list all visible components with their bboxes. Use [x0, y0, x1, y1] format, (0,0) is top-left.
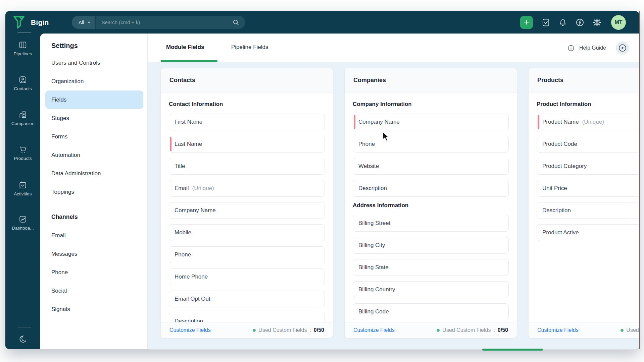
settings-item-users-and-controls[interactable]: Users and Controls	[45, 54, 143, 72]
customize-fields-link[interactable]: Customize Fields	[353, 327, 395, 333]
field-label: Description	[542, 207, 571, 214]
required-indicator	[354, 115, 355, 129]
sidebar-item-products[interactable]: Products	[5, 145, 40, 161]
settings-item-automation[interactable]: Automation	[45, 146, 143, 164]
search-scope-dropdown[interactable]: All ▼	[72, 16, 96, 29]
settings-group-channels: Channels	[45, 208, 143, 226]
notifications-bell-icon[interactable]	[558, 18, 567, 27]
field-mobile[interactable]: Mobile	[169, 224, 325, 241]
used-custom-fields: Used Custom Fields : 0/50	[437, 327, 508, 333]
quick-add-button[interactable]: +	[520, 16, 533, 29]
theme-toggle[interactable]	[5, 335, 40, 345]
green-dot-icon	[621, 329, 624, 332]
field-description[interactable]: Description	[353, 180, 509, 197]
settings-item-signals[interactable]: Signals	[45, 300, 143, 318]
field-billing-city[interactable]: Billing City	[353, 237, 509, 254]
horizontal-scrollbar-thumb[interactable]	[482, 349, 543, 351]
top-bar-actions: + MT	[520, 11, 626, 34]
card-footer: Customize Fields Used Custom Fields : 0/…	[161, 322, 333, 338]
dashboard-chart-icon	[18, 215, 27, 224]
section-address-information: Address Information Billing Street Billi…	[353, 202, 509, 320]
sidebar-item-label: Products	[14, 156, 32, 161]
field-billing-street[interactable]: Billing Street	[353, 215, 509, 232]
settings-item-messages[interactable]: Messages	[45, 245, 143, 263]
settings-item-fields[interactable]: Fields	[45, 90, 143, 109]
settings-item-social[interactable]: Social	[45, 282, 143, 300]
field-company-name[interactable]: Company Name	[169, 202, 325, 219]
play-icon	[618, 44, 627, 52]
settings-item-email[interactable]: Email	[45, 226, 143, 245]
field-phone[interactable]: Phone	[353, 136, 509, 153]
field-phone[interactable]: Phone	[169, 246, 325, 263]
field-label: Description	[175, 318, 203, 322]
sidebar-item-activities[interactable]: Activities	[5, 181, 40, 196]
field-title[interactable]: Title	[169, 158, 325, 175]
tab-module-fields[interactable]: Module Fields	[166, 44, 204, 51]
field-email[interactable]: Email(Unique)	[169, 180, 325, 197]
global-search[interactable]: All ▼ Search (cmd + k)	[72, 16, 245, 29]
settings-list: Users and Controls Organization Fields S…	[45, 54, 143, 318]
field-company-name[interactable]: Company Name	[353, 114, 509, 130]
settings-item-stages[interactable]: Stages	[45, 109, 143, 127]
field-first-name[interactable]: First Name	[169, 114, 325, 130]
section-title: Company Information	[353, 101, 509, 108]
sidebar-item-label: Contacts	[14, 86, 32, 91]
field-product-category[interactable]: Product Category	[537, 158, 639, 175]
bigin-logo-icon	[13, 15, 26, 29]
field-label: Company Name	[358, 119, 400, 125]
help-guide-link[interactable]: Help Guide	[579, 45, 606, 51]
brand[interactable]: Bigin	[13, 11, 49, 34]
field-last-name[interactable]: Last Name	[169, 136, 325, 153]
tasks-icon[interactable]	[541, 18, 550, 27]
sidebar-item-dashboards[interactable]: Dashboa...	[5, 215, 40, 231]
section-title: Product Information	[537, 101, 639, 108]
card-body: Contact Information First Name Last Name…	[161, 93, 333, 322]
sidebar-item-pipelines[interactable]: Pipelines	[5, 41, 40, 56]
used-count: 0/50	[498, 327, 508, 333]
field-billing-country[interactable]: Billing Country	[353, 281, 509, 298]
settings-panel: Settings Users and Controls Organization…	[40, 34, 148, 349]
field-description[interactable]: Description	[169, 313, 325, 322]
field-description[interactable]: Description	[537, 202, 639, 219]
field-email-opt-out[interactable]: Email Opt Out	[169, 291, 325, 307]
field-product-code[interactable]: Product Code	[537, 136, 639, 153]
settings-item-forms[interactable]: Forms	[45, 127, 143, 146]
chevron-down-icon: ▼	[87, 20, 91, 24]
field-unit-price[interactable]: Unit Price	[537, 180, 639, 197]
tab-pipeline-fields[interactable]: Pipeline Fields	[231, 44, 268, 51]
field-label: Billing Code	[358, 308, 389, 315]
search-icon	[232, 19, 240, 26]
module-cards: Contacts Contact Information First Name …	[160, 68, 639, 338]
settings-item-data-administration[interactable]: Data Administration	[45, 164, 143, 183]
card-body: Company Information Company Name Phone W…	[345, 93, 517, 322]
avatar[interactable]: MT	[611, 15, 626, 30]
field-product-name[interactable]: Product Name(Unique)	[537, 114, 639, 130]
sidebar-item-contacts[interactable]: Contacts	[5, 75, 40, 91]
card-footer: Customize Fields Used Custom Fields : 0/…	[529, 322, 639, 338]
search-input[interactable]: Search (cmd + k)	[102, 19, 140, 25]
horizontal-scrollbar-track[interactable]	[149, 349, 639, 350]
video-guide-button[interactable]	[616, 41, 629, 55]
settings-item-toppings[interactable]: Toppings	[45, 183, 143, 201]
field-billing-state[interactable]: Billing State	[353, 259, 509, 276]
field-label: Billing State	[358, 264, 389, 271]
field-billing-code[interactable]: Billing Code	[353, 303, 509, 320]
unique-tag: (Unique)	[582, 119, 604, 125]
gear-icon[interactable]	[593, 18, 601, 27]
field-label: Product Active	[542, 229, 579, 236]
settings-item-organization[interactable]: Organization	[45, 72, 143, 90]
bolt-circle-icon[interactable]	[576, 18, 584, 27]
used-separator: :	[493, 327, 495, 333]
settings-item-phone[interactable]: Phone	[45, 263, 143, 282]
customize-fields-link[interactable]: Customize Fields	[537, 327, 579, 333]
customize-fields-link[interactable]: Customize Fields	[169, 327, 211, 333]
sidebar-item-companies[interactable]: Companies	[5, 110, 40, 126]
used-label: Used Custom Fields	[258, 327, 307, 333]
required-indicator	[170, 137, 171, 151]
help-separator	[611, 44, 611, 52]
field-website[interactable]: Website	[353, 158, 509, 175]
field-home-phone[interactable]: Home Phone	[169, 268, 325, 285]
card-footer: Customize Fields Used Custom Fields : 0/…	[345, 322, 517, 338]
field-product-active[interactable]: Product Active	[537, 224, 639, 241]
search-scope-value: All	[79, 19, 84, 25]
